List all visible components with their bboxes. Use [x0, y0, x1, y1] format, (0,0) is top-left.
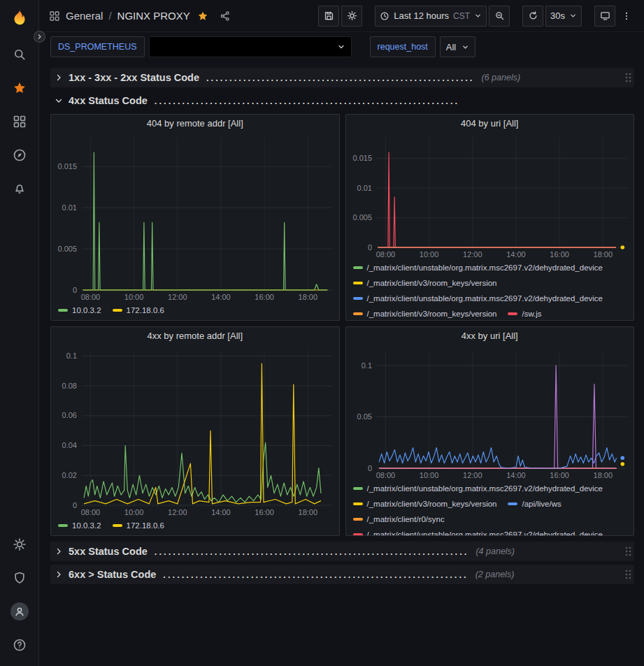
chevron-right-icon: [55, 73, 63, 82]
svg-text:14:00: 14:00: [211, 293, 231, 301]
legend-item[interactable]: /_matrix/client/unstable/org.matrix.msc2…: [353, 291, 603, 305]
panel-4xx-by-remote-addr: 4xx by remote addr [All] 08:0010:0012:00…: [50, 326, 340, 536]
panels-grid: 404 by remote addr [All] 08:0010:0012:00…: [50, 114, 634, 536]
dashboard-settings-button[interactable]: [341, 6, 362, 27]
legend-label: /_matrix/client/unstable/org.matrix.msc2…: [367, 484, 603, 493]
ds-prometheus-select[interactable]: [149, 36, 352, 57]
bell-icon: [13, 182, 27, 196]
legend-label: /_matrix/client/unstable/org.matrix.msc2…: [367, 294, 603, 303]
row-drag-handle[interactable]: [624, 72, 631, 83]
dashboard-toolbar: General / NGINX PROXY Last 12 hours CST: [39, 0, 644, 32]
legend-item[interactable]: /_matrix/client/unstable/org.matrix.msc2…: [353, 481, 603, 495]
row-panel-count: (2 panels): [475, 570, 515, 579]
refresh-interval-dropdown[interactable]: 30s: [545, 6, 582, 27]
row-header-6xx[interactable]: 6xx > Status Code ......................…: [50, 565, 634, 584]
svg-text:0.04: 0.04: [62, 441, 77, 449]
panel-title[interactable]: 4xx by remote addr [All]: [51, 327, 339, 345]
legend-item[interactable]: /_matrix/client/v3/room_keys/version: [353, 275, 497, 290]
alerting-button[interactable]: [7, 176, 32, 201]
legend-label: /api/live/ws: [522, 500, 561, 508]
sidebar: [0, 0, 39, 666]
legend-label: /_matrix/client/r0/sync: [367, 515, 445, 523]
row-panel-count: (6 panels): [481, 73, 520, 82]
time-range-label: Last 12 hours: [394, 10, 449, 21]
more-options-button[interactable]: [617, 6, 636, 27]
row-dots: ........................................…: [206, 73, 475, 83]
svg-text:0.02: 0.02: [62, 471, 77, 479]
chart-plot[interactable]: 08:0010:0012:0014:0016:0018:0000.050.1: [346, 345, 634, 481]
row-title: 5xx Status Code: [69, 546, 148, 557]
cycle-view-button[interactable]: [594, 6, 615, 27]
legend-item[interactable]: /_matrix/client/unstable/org.matrix.msc2…: [353, 260, 603, 275]
legend-item[interactable]: 172.18.0.6: [113, 303, 164, 317]
legend-swatch: [353, 533, 363, 536]
legend-item[interactable]: 172.18.0.6: [113, 518, 164, 533]
svg-text:18:00: 18:00: [299, 508, 318, 516]
avatar: [10, 602, 29, 621]
svg-text:18:00: 18:00: [593, 471, 613, 479]
panel-title[interactable]: 404 by remote addr [All]: [51, 115, 339, 133]
configuration-button[interactable]: [7, 532, 32, 557]
legend-item[interactable]: 10.0.3.2: [58, 303, 101, 317]
grafana-logo[interactable]: [9, 7, 30, 28]
monitor-icon: [600, 10, 610, 21]
kebab-icon: [622, 11, 631, 21]
search-button[interactable]: [7, 42, 32, 67]
profile-button[interactable]: [7, 599, 32, 624]
legend-item[interactable]: 10.0.3.2: [58, 518, 101, 533]
explore-button[interactable]: [7, 143, 32, 168]
legend-item[interactable]: /_matrix/client/v3/room_keys/version: [353, 496, 497, 511]
svg-text:0.005: 0.005: [57, 245, 77, 253]
svg-text:10:00: 10:00: [124, 293, 144, 301]
panel-title[interactable]: 404 by uri [All]: [346, 115, 634, 133]
variables-bar: DS_PROMETHEUS request_host All: [39, 32, 644, 61]
breadcrumb-section[interactable]: General: [66, 10, 103, 22]
chevron-down-icon: [569, 12, 577, 20]
svg-text:0: 0: [367, 243, 371, 252]
favorite-star-icon[interactable]: [197, 10, 208, 22]
legend-item[interactable]: /_matrix/client/v3/room_keys/version: [353, 306, 497, 320]
time-range-picker[interactable]: Last 12 hours CST: [375, 6, 487, 27]
legend-item[interactable]: /_matrix/client/r0/sync: [353, 512, 445, 526]
compass-icon: [13, 148, 27, 162]
legend-item[interactable]: /sw.js: [508, 306, 541, 320]
svg-text:0: 0: [367, 464, 371, 472]
refresh-button[interactable]: [522, 6, 543, 27]
svg-text:14:00: 14:00: [211, 508, 231, 516]
chevron-right-icon: [55, 570, 63, 579]
starred-button[interactable]: [7, 75, 32, 101]
svg-text:18:00: 18:00: [593, 250, 613, 259]
legend-label: /_matrix/client/unstable/org.matrix.msc2…: [367, 263, 603, 272]
svg-text:0.015: 0.015: [352, 154, 372, 162]
request-host-label[interactable]: request_host: [370, 36, 436, 57]
row-drag-handle[interactable]: [624, 546, 631, 557]
breadcrumb: General / NGINX PROXY: [49, 10, 231, 22]
request-host-select[interactable]: All: [440, 36, 475, 57]
share-icon[interactable]: [220, 10, 231, 22]
breadcrumb-separator: /: [108, 10, 111, 22]
server-admin-button[interactable]: [7, 565, 32, 591]
chart-plot[interactable]: 08:0010:0012:0014:0016:0018:0000.0050.01…: [346, 133, 634, 260]
zoom-out-button[interactable]: [489, 6, 510, 27]
apps-grid-icon: [13, 115, 27, 129]
row-header-1xx-3xx-2xx[interactable]: 1xx - 3xx - 2xx Status Code ............…: [50, 68, 634, 87]
save-dashboard-button[interactable]: [318, 6, 339, 27]
legend-item[interactable]: /_matrix/client/unstable/org.matrix.msc2…: [353, 527, 603, 535]
save-icon: [324, 10, 334, 21]
legend-item[interactable]: /api/live/ws: [508, 496, 561, 511]
svg-text:16:00: 16:00: [255, 508, 274, 516]
expand-sidebar-button[interactable]: [34, 31, 45, 43]
chart-plot[interactable]: 08:0010:0012:0014:0016:0018:0000.0050.01…: [51, 133, 339, 303]
panel-title[interactable]: 4xx by uri [All]: [346, 327, 634, 345]
legend-label: /sw.js: [522, 310, 541, 318]
panel-4xx-by-uri: 4xx by uri [All] 08:0010:0012:0014:0016:…: [345, 326, 635, 536]
chevron-right-icon: [55, 547, 63, 556]
chart-plot[interactable]: 08:0010:0012:0014:0016:0018:0000.020.040…: [51, 345, 339, 518]
row-header-5xx[interactable]: 5xx Status Code ........................…: [50, 542, 634, 561]
row-drag-handle[interactable]: [624, 569, 631, 580]
dashboards-button[interactable]: [7, 109, 32, 134]
row-header-4xx[interactable]: 4xx Status Code ........................…: [50, 91, 634, 110]
ds-prometheus-label[interactable]: DS_PROMETHEUS: [50, 36, 145, 57]
help-button[interactable]: [7, 632, 32, 658]
svg-text:16:00: 16:00: [550, 250, 569, 259]
